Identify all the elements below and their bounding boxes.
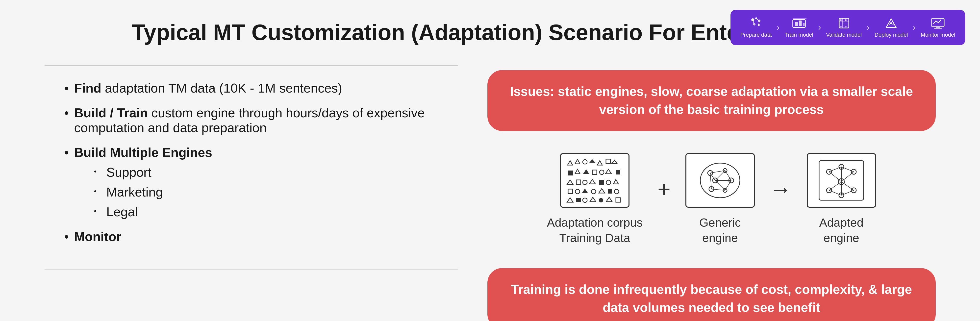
svg-line-87 [842,167,854,172]
svg-line-71 [725,180,731,190]
right-panel: Issues: static engines, slow, coarse ada… [487,65,936,321]
sub-item-support: Support [94,165,438,180]
pipeline-step-prepare: Prepare data [740,17,772,38]
svg-marker-30 [589,159,595,163]
svg-marker-52 [599,189,605,193]
svg-line-86 [829,167,842,172]
svg-line-91 [829,182,842,190]
svg-point-19 [845,19,846,21]
svg-rect-10 [795,22,797,26]
svg-line-93 [842,182,854,190]
svg-marker-41 [567,180,573,184]
sub-item-legal: Legal [94,205,438,219]
list-item-build-train: Build / Train custom engine through hour… [64,105,438,135]
diagram-item-corpus: Adaptation corpusTraining Data [547,153,643,246]
svg-marker-35 [575,169,580,174]
svg-point-38 [600,170,604,175]
marketing-label: Marketing [107,185,163,199]
svg-rect-42 [576,180,581,184]
prepare-icon [749,17,764,29]
svg-point-18 [840,19,842,21]
svg-marker-33 [612,160,617,164]
alert-top: Issues: static engines, slow, coarse ada… [487,70,936,131]
monitor-label-left: Monitor [74,229,121,244]
plus-operator: + [657,177,671,202]
alert-bottom: Training is done infrequently because of… [487,268,936,321]
list-item-find: Find adaptation TM data (10K - 1M senten… [64,81,438,95]
arrow-1: › [777,22,780,33]
content-area: Find adaptation TM data (10K - 1M senten… [45,65,936,321]
svg-marker-44 [589,180,595,184]
svg-point-57 [583,198,587,202]
svg-point-23 [890,22,892,24]
find-text: adaptation TM data (10K - 1M sentences) [105,81,342,95]
pipeline-step-deploy: Deploy model [875,17,908,38]
svg-line-95 [842,190,854,195]
corpus-icon-box [560,153,630,208]
svg-rect-48 [568,189,573,194]
support-label: Support [107,165,151,180]
alert-bottom-text: Training is done infrequently because of… [511,282,912,315]
monitor-icon [931,17,945,29]
svg-rect-53 [608,189,612,194]
adapted-icon-box [807,153,876,208]
page-container: Prepare data › Train model › [0,0,980,321]
train-icon [792,17,807,29]
pipeline-step-train: Train model [785,17,813,38]
svg-point-51 [591,189,596,194]
svg-marker-27 [568,160,573,165]
svg-rect-45 [599,180,604,185]
generic-icon-box [686,153,755,208]
svg-rect-61 [616,198,620,202]
arrow-operator: → [770,177,792,202]
adapted-label: Adaptedengine [819,215,864,246]
svg-point-54 [614,189,619,194]
svg-marker-55 [567,198,573,202]
svg-rect-34 [568,170,573,175]
svg-line-90 [842,172,854,182]
svg-rect-40 [616,170,620,175]
svg-marker-47 [613,180,618,184]
left-panel: Find adaptation TM data (10K - 1M senten… [45,65,458,270]
find-bold: Find [74,81,102,95]
validate-icon [837,17,851,29]
generic-label: Genericengine [699,215,741,246]
legal-label: Legal [107,205,138,219]
alert-top-text: Issues: static engines, slow, coarse ada… [510,84,913,116]
svg-line-6 [756,18,759,21]
diagram-item-adapted: Adaptedengine [807,153,876,246]
build-train-bold: Build / Train [74,106,148,120]
svg-point-20 [840,26,842,27]
svg-point-29 [583,160,587,164]
svg-point-59 [599,198,603,202]
svg-line-76 [715,180,725,190]
svg-rect-37 [592,170,597,175]
svg-marker-31 [597,160,602,165]
svg-marker-50 [582,189,588,193]
deploy-label: Deploy model [875,32,908,38]
svg-marker-39 [606,169,611,174]
svg-line-88 [829,172,842,182]
svg-rect-32 [606,159,611,164]
svg-rect-56 [576,198,581,202]
pipeline-step-monitor: Monitor model [921,17,955,38]
arrow-2: › [818,22,821,33]
deploy-icon [884,17,899,29]
arrow-3: › [867,22,870,33]
pipeline-widget: Prepare data › Train model › [730,10,965,45]
validate-label: Validate model [826,32,862,38]
sub-item-marketing: Marketing [94,184,438,199]
list-item-build-multiple: Build Multiple Engines Support Marketing… [64,145,438,219]
svg-rect-11 [799,21,802,26]
bullet-list: Find adaptation TM data (10K - 1M senten… [64,81,438,244]
arrow-4: › [913,22,916,33]
svg-line-94 [829,190,842,195]
svg-line-70 [725,170,731,180]
svg-marker-28 [575,159,580,164]
svg-marker-60 [606,197,612,202]
svg-point-43 [583,180,587,184]
svg-point-49 [575,189,580,194]
diagram-area: Adaptation corpusTraining Data + [487,143,936,256]
monitor-label: Monitor model [921,32,955,38]
svg-rect-12 [803,23,805,26]
